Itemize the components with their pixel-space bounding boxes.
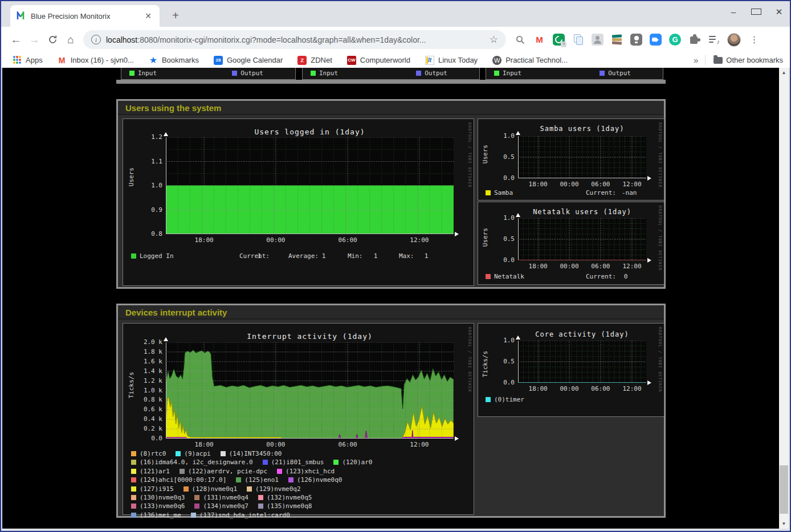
legend-item: (125)eno1 (236, 476, 279, 484)
input-legend-swatch (129, 71, 134, 76)
chart-title: Interrupt activity (1day) (166, 332, 454, 341)
lamp-extension-icon[interactable] (630, 34, 642, 46)
bookmark-item[interactable]: Apps (13, 56, 43, 65)
legend-item: (134)nvme0q7 (194, 502, 248, 510)
forward-button[interactable]: → (25, 31, 43, 49)
y-axis-label: Users (482, 228, 489, 247)
search-extension-icon[interactable] (514, 34, 526, 46)
legend-swatch (333, 460, 339, 465)
wp-icon: W (492, 56, 501, 65)
zoom-extension-icon[interactable] (650, 34, 662, 46)
x-axis-tick-label: 06:00 (588, 385, 613, 392)
partial-graph-box[interactable]: Input Output (302, 68, 480, 80)
browser-window: Blue Precision Monitorix ✕ + – ✕ ← → ⌂ i… (0, 0, 791, 532)
tab-title: Blue Precision Monitorix (31, 12, 142, 21)
rrdtool-watermark: RRDTOOL / TOBI OETIKER (467, 327, 472, 392)
tab-close-icon[interactable]: ✕ (142, 11, 154, 21)
bookmarks-overflow-chevron[interactable]: » (694, 55, 706, 65)
bookmarks-bar: AppsMInbox (16) - sjvn0...★Bookmarks28Go… (1, 52, 790, 68)
x-axis-tick-label: 12:00 (619, 385, 645, 392)
output-legend-swatch (416, 71, 421, 76)
tab-strip: Blue Precision Monitorix ✕ + – ✕ (1, 1, 790, 27)
profile-avatar[interactable] (727, 33, 741, 47)
tab-monitorix[interactable]: Blue Precision Monitorix ✕ (10, 5, 160, 27)
partial-graph-box[interactable]: Input Output (121, 68, 296, 80)
legend-label: Logged In (140, 252, 174, 260)
legend-swatch (131, 451, 136, 456)
playlist-extension-icon[interactable]: ♪ (708, 34, 720, 46)
vertical-scrollbar[interactable]: ▲ ▼ (779, 68, 789, 529)
legend-item: (131)nvme0q4 (194, 494, 248, 501)
output-legend-swatch (232, 71, 237, 76)
legend-swatch (288, 477, 293, 482)
bookmark-star-icon[interactable]: ☆ (490, 34, 498, 46)
legend-label: (21)i801_smbus (271, 459, 324, 466)
bookmark-item[interactable]: ltLinux Today (425, 56, 478, 65)
rrdtool-watermark: RRDTOOL / TOBI OETIKER (658, 206, 662, 271)
y-axis-tick-label: 2.0 k (140, 338, 162, 346)
x-axis-tick-label: 18:00 (191, 441, 217, 448)
copy-extension-icon[interactable] (572, 34, 584, 46)
legend-item: (120)ar0 (333, 459, 372, 466)
samba-users-graph[interactable]: Samba users (1day) Users RRDTOOL / TOBI … (478, 118, 664, 200)
scrollbar-thumb[interactable] (780, 465, 788, 514)
window-maximize-button[interactable] (751, 7, 761, 17)
chart-title: Core activity (1day) (518, 330, 646, 338)
bookmark-item[interactable]: WPractical Technol... (492, 56, 568, 65)
scroll-down-button[interactable]: ▼ (779, 519, 789, 529)
users-logged-in-graph[interactable]: Users logged in (1day) Users RRDTOOL / T… (123, 118, 474, 286)
voice-extension-icon[interactable]: ? (553, 34, 565, 46)
new-tab-button[interactable]: + (168, 8, 184, 24)
extensions-puzzle-icon[interactable] (688, 34, 700, 46)
back-button[interactable]: ← (7, 31, 25, 49)
rrdtool-watermark: RRDTOOL / TOBI OETIKER (658, 122, 662, 188)
window-close-button[interactable]: ✕ (774, 7, 784, 17)
section-frame-bottom (116, 80, 666, 84)
reload-button[interactable] (43, 31, 62, 49)
current-label: Current: (586, 189, 616, 197)
bookmark-item[interactable]: MInbox (16) - sjvn0... (58, 56, 134, 65)
legend-label: Samba (494, 189, 513, 197)
input-legend-label: Input (319, 69, 338, 77)
y-axis-tick-label: 0.8 (140, 230, 162, 238)
x-axis-tick-label: 18:00 (525, 385, 551, 392)
legend-swatch (131, 513, 136, 518)
y-axis-tick-label: 0.5 (492, 153, 515, 161)
bookmark-item[interactable]: CWComputerworld (347, 56, 410, 65)
browser-menu-icon[interactable]: ⋮ (748, 34, 760, 46)
home-button[interactable]: ⌂ (62, 31, 80, 49)
y-axis-tick-label: 1.0 (492, 214, 515, 222)
cw-icon: CW (347, 56, 356, 65)
bookmark-item[interactable]: 28Google Calendar (214, 56, 283, 65)
scroll-up-button[interactable]: ▲ (779, 68, 789, 77)
window-minimize-button[interactable]: – (728, 7, 739, 17)
legend-swatch (180, 469, 185, 474)
y-axis-tick-label: 0.9 (140, 206, 162, 214)
x-axis-tick-label: 12:00 (619, 181, 645, 188)
legend-label: (137)snd_hda_intel:card0 (199, 511, 290, 519)
netatalk-users-graph[interactable]: Netatalk users (1day) Users RRDTOOL / TO… (478, 202, 664, 285)
url-path: :8080/monitorix-cgi/monitorix.cgi?mode=l… (137, 35, 426, 44)
other-bookmarks-folder-icon[interactable] (713, 57, 723, 64)
legend-label: (9)acpi (184, 450, 210, 457)
partial-graph-box[interactable]: Input Output (486, 68, 663, 80)
bookmark-item[interactable]: ZZDNet (297, 56, 332, 65)
core-activity-graph[interactable]: Core activity (1day) Ticks/s RRDTOOL / T… (478, 323, 664, 417)
legend-swatch (486, 190, 491, 195)
interrupt-activity-graph[interactable]: Interrupt activity (1day) Ticks/s RRDTOO… (123, 323, 474, 515)
grammarly-extension-icon[interactable]: G (669, 34, 681, 46)
url-text: localhost:8080/monitorix-cgi/monitorix.c… (106, 35, 485, 44)
bookmark-item[interactable]: ★Bookmarks (149, 56, 199, 65)
profile-extension-icon[interactable] (592, 34, 604, 46)
site-info-icon[interactable]: i (91, 35, 101, 44)
y-axis-tick-label: 0.5 (492, 235, 515, 243)
url-bar[interactable]: i localhost:8080/monitorix-cgi/monitorix… (83, 30, 506, 49)
max-value: 1 (420, 252, 433, 260)
gmail-extension-icon[interactable]: M (533, 34, 545, 46)
other-bookmarks-label[interactable]: Other bookmarks (726, 56, 783, 64)
legend-swatch (194, 504, 199, 509)
legend-item: (135)nvme0q8 (258, 502, 312, 510)
books-extension-icon[interactable] (611, 34, 623, 46)
x-axis-tick-label: 00:00 (557, 263, 582, 270)
legend-item: (16)idma64.0, i2c_designware.0 (131, 459, 253, 466)
